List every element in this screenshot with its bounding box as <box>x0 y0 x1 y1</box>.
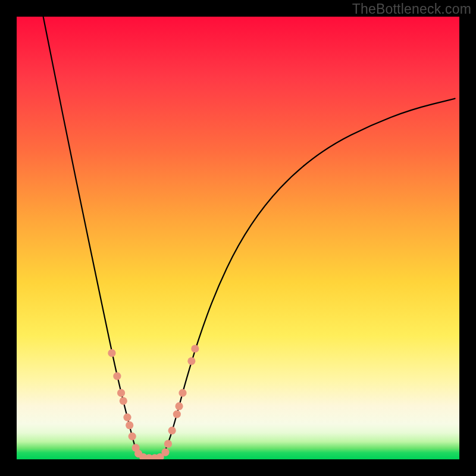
data-point-marker <box>175 402 183 410</box>
data-point-marker <box>113 372 121 380</box>
data-point-marker <box>191 345 199 352</box>
data-point-marker <box>117 389 125 397</box>
data-point-marker <box>168 427 176 434</box>
chart-svg <box>17 17 459 459</box>
data-point-marker <box>178 389 186 397</box>
data-point-marker <box>123 414 131 421</box>
marker-points <box>108 345 199 459</box>
data-point-marker <box>108 349 115 357</box>
data-point-marker <box>129 433 136 440</box>
data-point-marker <box>164 440 172 447</box>
data-point-marker <box>126 421 133 429</box>
data-point-marker <box>120 397 127 405</box>
chart-frame: TheBottleneck.com <box>0 0 476 476</box>
data-point-marker <box>161 448 169 456</box>
bottleneck-curve <box>43 17 455 458</box>
curve-lines <box>43 17 455 458</box>
data-point-marker <box>173 411 181 418</box>
watermark-text: TheBottleneck.com <box>352 1 471 17</box>
plot-area <box>17 17 459 459</box>
data-point-marker <box>187 357 195 365</box>
